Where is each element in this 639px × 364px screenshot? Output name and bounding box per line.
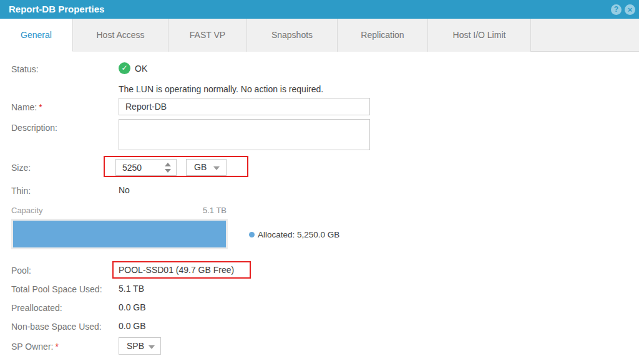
total-pool-space-used-value: 5.1 TB (119, 284, 144, 294)
size-unit-select[interactable]: GB (186, 159, 227, 176)
title-bar: Report-DB Properties ? × (0, 0, 639, 19)
description-textarea[interactable] (119, 119, 370, 150)
status-description: The LUN is operating normally. No action… (119, 84, 323, 94)
tab-bar: General Host Access FAST VP Snapshots Re… (0, 19, 639, 52)
pool-value: POOL-SSD01 (49.7 GB Free) (119, 265, 234, 275)
non-base-space-used-value: 0.0 GB (119, 321, 146, 331)
capacity-bar-allocated (13, 221, 226, 247)
dialog-title: Report-DB Properties (9, 0, 104, 19)
tab-general[interactable]: General (0, 19, 73, 52)
size-label: Size: (11, 163, 31, 173)
name-label: Name:* (11, 102, 42, 112)
tab-host-access[interactable]: Host Access (73, 19, 168, 52)
tab-fast-vp[interactable]: FAST VP (168, 19, 247, 52)
tab-snapshots[interactable]: Snapshots (247, 19, 338, 52)
green-check-icon: ✓ (119, 62, 130, 74)
non-base-space-used-label: Non-base Space Used: (11, 322, 102, 332)
name-input[interactable] (119, 98, 370, 115)
capacity-bar-track (11, 219, 228, 249)
spinner-down-icon[interactable] (165, 169, 171, 173)
thin-value: No (119, 185, 130, 195)
sp-owner-label: SP Owner:* (11, 342, 59, 352)
status-value: OK (135, 64, 147, 74)
sp-owner-value: SPB (127, 341, 144, 351)
required-asterisk: * (55, 342, 58, 352)
size-spinner[interactable] (115, 159, 177, 176)
properties-dialog: Report-DB Properties ? × General Host Ac… (0, 0, 639, 364)
help-icon[interactable]: ? (611, 4, 622, 15)
close-icon[interactable]: × (625, 4, 635, 15)
allocated-legend-dot-icon (249, 232, 255, 237)
thin-label: Thin: (11, 186, 31, 196)
size-unit-value: GB (194, 162, 207, 172)
chevron-down-icon (149, 345, 155, 349)
preallocated-label: Preallocated: (11, 303, 62, 313)
required-asterisk: * (39, 102, 42, 112)
size-spinner-arrows[interactable] (165, 163, 171, 173)
tab-bar-filler (531, 19, 639, 51)
description-label: Description: (11, 123, 57, 133)
capacity-total: 5.1 TB (11, 206, 227, 215)
spinner-up-icon[interactable] (165, 163, 171, 166)
total-pool-space-used-label: Total Pool Space Used: (11, 284, 102, 294)
size-input[interactable] (116, 160, 160, 175)
preallocated-value: 0.0 GB (119, 302, 146, 312)
tab-host-io-limit[interactable]: Host I/O Limit (428, 19, 531, 52)
status-label: Status: (11, 64, 39, 74)
chevron-down-icon (213, 166, 220, 170)
pool-label: Pool: (11, 266, 31, 275)
allocated-legend-text: Allocated: 5,250.0 GB (258, 230, 339, 239)
tab-replication[interactable]: Replication (338, 19, 428, 52)
sp-owner-select[interactable]: SPB (119, 337, 161, 355)
